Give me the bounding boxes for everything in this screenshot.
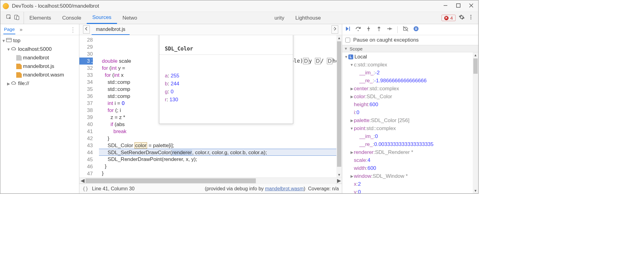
scope-var[interactable]: __re_: 0.0033333333333333335: [342, 140, 478, 148]
scope-var[interactable]: ▶renderer: SDL_Renderer *: [342, 148, 478, 156]
debugger-panel: Pause on caught exceptions ▼Scope ▼LLoca…: [342, 24, 478, 193]
scope-var[interactable]: y: 0: [342, 188, 478, 193]
file-tree: ▼top ▼localhost:5000 mandelbrot mandelbr…: [0, 35, 79, 193]
step-into-icon[interactable]: [366, 26, 372, 33]
tab-elements[interactable]: Elements: [24, 12, 57, 24]
code-line[interactable]: break: [99, 128, 342, 135]
tree-file-mandelbrot-wasm[interactable]: mandelbrot.wasm: [0, 71, 79, 79]
hover-tooltip: SDL_Color a: 255b: 244g: 0r: 130: [159, 35, 293, 124]
editor-tab-mandelbrot-js[interactable]: mandelbrot.js: [92, 24, 130, 35]
svg-point-12: [391, 28, 392, 29]
scope-var[interactable]: __im_: 0: [342, 132, 478, 140]
pause-exceptions-icon[interactable]: [413, 26, 419, 33]
devtools-icon: [3, 3, 9, 9]
navigator-panel: Page » ⋮ ▼top ▼localhost:5000 mandelbrot…: [0, 24, 79, 193]
scope-var[interactable]: ▼c: std::complex: [342, 61, 478, 69]
tree-file-mandelbrot-js[interactable]: mandelbrot.js: [0, 62, 79, 71]
settings-icon[interactable]: [459, 14, 465, 22]
scope-vscrollbar[interactable]: ▲▼: [473, 52, 478, 193]
minimize-button[interactable]: [443, 3, 448, 9]
step-icon[interactable]: [386, 26, 392, 33]
code-editor[interactable]: 2829303132333435363738394041424344454647…: [79, 35, 342, 177]
tooltip-field: a: 255: [165, 72, 287, 80]
scope-var[interactable]: i: 0: [342, 109, 478, 117]
scope-var[interactable]: ▶palette: SDL_Color [256]: [342, 117, 478, 125]
pause-caught-checkbox[interactable]: [345, 38, 350, 43]
coverage-text: Coverage: n/a: [308, 186, 339, 191]
code-line[interactable]: SDL_Color color = palette[i];: [99, 142, 342, 149]
scope-header[interactable]: ▼Scope: [342, 45, 478, 52]
tooltip-field: g: 0: [165, 88, 287, 96]
cursor-position: Line 41, Column 30: [92, 186, 134, 192]
svg-rect-8: [349, 27, 350, 31]
devtools-window: DevTools - localhost:5000/mandelbrot Ele…: [0, 0, 479, 194]
scope-var[interactable]: __im_: -2: [342, 69, 478, 77]
code-line[interactable]: }: [99, 135, 342, 142]
tree-file-mandelbrot[interactable]: mandelbrot: [0, 54, 79, 62]
scope-var[interactable]: height: 600: [342, 101, 478, 109]
step-out-icon[interactable]: [376, 26, 382, 33]
svg-rect-15: [416, 28, 417, 30]
code-line[interactable]: SDL_SetRenderDrawColor(renderer, color.r…: [99, 149, 342, 156]
tab-sources[interactable]: Sources: [87, 12, 117, 24]
tab-lighthouse[interactable]: Lighthouse: [290, 12, 326, 24]
code-line[interactable]: }: [99, 163, 342, 170]
tree-top[interactable]: ▼top: [0, 36, 79, 45]
scope-var[interactable]: scale: 4: [342, 156, 478, 164]
tooltip-field: b: 244: [165, 80, 287, 88]
tree-file-scheme[interactable]: ▶file://: [0, 79, 79, 88]
tab-console[interactable]: Console: [57, 12, 87, 24]
code-line[interactable]: }: [99, 170, 342, 177]
tooltip-field: r: 130: [165, 96, 287, 104]
tab-netwo[interactable]: Netwo: [117, 12, 138, 24]
nav-history-icon[interactable]: [83, 25, 90, 34]
more-tabs-icon[interactable]: »: [20, 27, 22, 33]
svg-rect-0: [456, 4, 460, 7]
editor-hscrollbar[interactable]: ◀▶: [79, 177, 342, 184]
svg-rect-14: [415, 28, 416, 30]
svg-point-13: [414, 26, 419, 31]
pause-caught-row[interactable]: Pause on caught exceptions: [342, 35, 478, 45]
scope-local[interactable]: ▼LLocal: [342, 53, 478, 61]
maximize-button[interactable]: [456, 3, 460, 9]
tree-host[interactable]: ▼localhost:5000: [0, 45, 79, 54]
titlebar: DevTools - localhost:5000/mandelbrot: [0, 0, 478, 12]
window-title: DevTools - localhost:5000/mandelbrot: [12, 3, 99, 9]
svg-point-4: [470, 15, 471, 16]
error-badge[interactable]: ✕4: [441, 15, 456, 21]
svg-point-6: [470, 18, 471, 19]
tooltip-title: SDL_Color: [159, 43, 293, 55]
svg-rect-7: [6, 38, 12, 42]
editor-panel: mandelbrot.js 28293031323334353637383940…: [79, 24, 342, 193]
svg-point-11: [378, 30, 379, 31]
error-count: 4: [450, 15, 453, 21]
svg-point-9: [358, 30, 358, 31]
deactivate-breakpoints-icon[interactable]: [403, 26, 409, 33]
tab-urity[interactable]: urity: [273, 12, 290, 24]
nav-more-icon[interactable]: [331, 25, 338, 34]
svg-point-5: [470, 17, 471, 17]
resume-icon[interactable]: [345, 26, 351, 33]
svg-rect-3: [17, 16, 19, 20]
step-over-icon[interactable]: [355, 26, 361, 33]
page-tab[interactable]: Page: [3, 25, 15, 34]
scope-var[interactable]: x: 2: [342, 180, 478, 188]
scope-var[interactable]: ▶color: SDL_Color: [342, 93, 478, 101]
scope-var[interactable]: width: 600: [342, 164, 478, 172]
scope-var[interactable]: ▼point: std::complex: [342, 125, 478, 132]
more-icon[interactable]: [468, 14, 474, 22]
pause-caught-label: Pause on caught exceptions: [353, 37, 419, 43]
close-button[interactable]: [469, 3, 473, 9]
scope-var[interactable]: __re_: -1.9866666666666666: [342, 77, 478, 85]
debug-source-link[interactable]: mandelbrot.wasm: [265, 186, 304, 191]
status-bar: {} Line 41, Column 30 (provided via debu…: [79, 184, 342, 193]
scope-var[interactable]: ▶window: SDL_Window *: [342, 172, 478, 180]
svg-point-10: [368, 30, 369, 31]
inspect-icon[interactable]: [6, 14, 12, 22]
scope-var[interactable]: ▶center: std::complex: [342, 85, 478, 93]
code-line[interactable]: SDL_RenderDrawPoint(renderer, x, y);: [99, 156, 342, 163]
navigator-menu-icon[interactable]: ⋮: [70, 26, 76, 33]
editor-vscrollbar[interactable]: ▲▼: [336, 35, 342, 177]
main-tabs: ElementsConsoleSourcesNetwourityLighthou…: [0, 12, 478, 24]
device-icon[interactable]: [14, 14, 20, 22]
